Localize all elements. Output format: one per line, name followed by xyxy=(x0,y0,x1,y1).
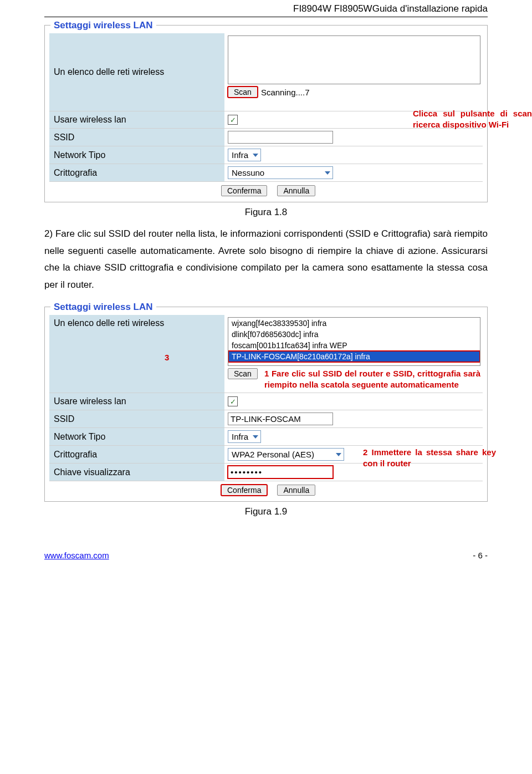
figure-caption-2: Figura 1.9 xyxy=(44,506,488,517)
callout-1: 1 Fare clic sul SSID del router e SSID, … xyxy=(264,368,480,390)
use-wlan-checkbox[interactable]: ✓ xyxy=(228,115,238,125)
wireless-list-label: Un elenco delle reti wireless xyxy=(49,33,224,111)
network-type-select[interactable]: Infra xyxy=(228,149,261,161)
scan-button[interactable]: Scan xyxy=(228,368,258,379)
wireless-settings-panel-1: Settaggi wireless LAN Un elenco delle re… xyxy=(44,25,488,202)
footer-link[interactable]: www.foscam.com xyxy=(44,551,109,560)
ssid-label: SSID xyxy=(49,129,224,146)
confirm-button[interactable]: Conferma xyxy=(221,185,267,196)
ssid-input[interactable]: TP-LINK-FOSCAM xyxy=(228,413,333,425)
confirm-button[interactable]: Conferma xyxy=(221,485,267,496)
network-type-label: Network Tipo xyxy=(49,428,224,445)
figure-caption-1: Figura 1.8 xyxy=(44,207,488,218)
callout-scan: Clicca sul pulsante di scansione per la … xyxy=(413,108,532,130)
marker-3: 3 xyxy=(54,353,169,362)
wireless-networks-listbox[interactable]: wjxang[f4ec38339530] infra dlink[f07d685… xyxy=(228,317,480,366)
cancel-button[interactable]: Annulla xyxy=(277,485,315,496)
use-wlan-label: Usare wireless lan xyxy=(49,393,224,410)
panel-title: Settaggi wireless LAN xyxy=(50,302,156,313)
page-number: - 6 - xyxy=(473,551,488,560)
use-wlan-checkbox[interactable]: ✓ xyxy=(228,396,238,406)
scan-status-text: Scanning....7 xyxy=(261,88,310,97)
wireless-settings-panel-2: Settaggi wireless LAN Un elenco delle re… xyxy=(44,307,488,502)
ssid-label: SSID xyxy=(49,410,224,427)
instruction-paragraph: 2) Fare clic sul SSID del router nella l… xyxy=(44,226,488,293)
wifi-item-selected[interactable]: TP-LINK-FOSCAM[8c210a60172a] infra xyxy=(228,351,480,362)
encryption-label: Crittografia xyxy=(49,164,224,181)
use-wlan-label: Usare wireless lan xyxy=(49,111,224,128)
wifi-item[interactable]: foscam[001b11fca634] infra WEP xyxy=(228,340,480,351)
wireless-list-label: Un elenco delle reti wireless xyxy=(54,318,164,328)
page-header: FI8904W FI8905WGuida d'installazione rap… xyxy=(44,0,488,17)
scan-button[interactable]: Scan xyxy=(228,86,258,98)
wireless-networks-listbox[interactable] xyxy=(228,35,480,84)
cancel-button[interactable]: Annulla xyxy=(277,185,315,196)
wifi-item[interactable]: dlink[f07d685630dc] infra xyxy=(228,329,480,340)
ssid-input[interactable] xyxy=(228,131,333,144)
wifi-item[interactable]: wjxang[f4ec38339530] infra xyxy=(228,318,480,329)
share-key-input[interactable]: •••••••• xyxy=(228,466,333,478)
encryption-select[interactable]: Nessuno xyxy=(228,166,333,179)
share-key-label: Chiave visualizzara xyxy=(49,464,224,481)
network-type-select[interactable]: Infra xyxy=(228,430,261,443)
encryption-label: Crittografia xyxy=(49,446,224,463)
panel-title: Settaggi wireless LAN xyxy=(50,20,156,31)
encryption-select[interactable]: WPA2 Personal (AES) xyxy=(228,448,344,461)
network-type-label: Network Tipo xyxy=(49,146,224,164)
